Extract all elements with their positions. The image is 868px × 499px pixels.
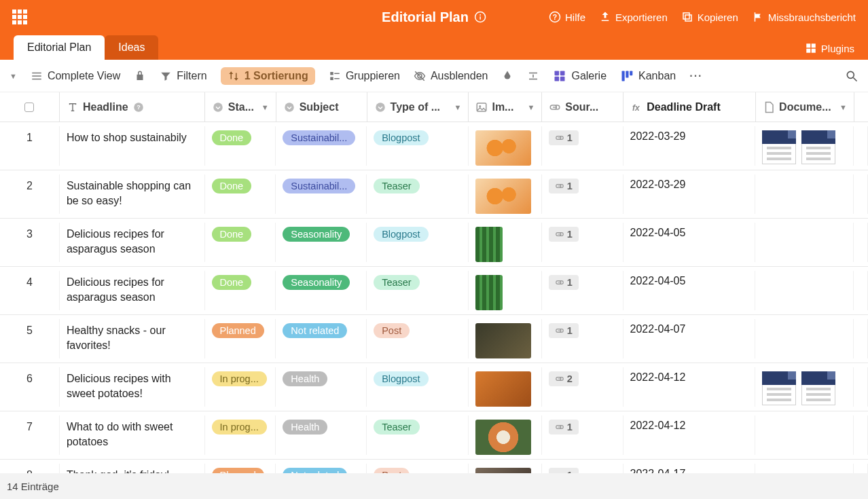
cell-deadline[interactable]: 2022-04-07 xyxy=(623,319,756,358)
group-button[interactable]: Gruppieren xyxy=(329,70,400,82)
cell-subject[interactable]: Not related xyxy=(276,319,367,358)
table-row[interactable]: 5Healthy snacks - our favorites!PlannedN… xyxy=(0,315,868,363)
header-image[interactable]: Im...▼ xyxy=(469,92,542,122)
image-thumb[interactable] xyxy=(475,371,531,407)
cell-sources[interactable]: 1 xyxy=(542,126,623,166)
cell-headline[interactable]: Delicious recipes with sweet potatoes! xyxy=(60,367,205,407)
export-link[interactable]: Exportieren xyxy=(599,11,668,23)
header-deadline[interactable]: fx Deadline Draft xyxy=(623,92,756,122)
cell-image[interactable] xyxy=(469,367,542,407)
cell-headline[interactable]: Sustainable shopping can be so easy! xyxy=(60,174,205,214)
cell-subject[interactable]: Not related xyxy=(276,464,367,473)
cell-image[interactable] xyxy=(469,464,542,473)
more-icon[interactable]: ··· xyxy=(689,70,702,82)
cell-type[interactable]: Teaser xyxy=(367,415,469,455)
image-thumb[interactable] xyxy=(475,179,531,214)
cell-type[interactable]: Post xyxy=(367,464,469,473)
info-icon[interactable] xyxy=(474,11,486,23)
cell-sources[interactable]: 1 xyxy=(542,174,623,214)
cell-sources[interactable]: 1 xyxy=(542,319,623,358)
cell-status[interactable]: Done xyxy=(205,174,276,214)
table-row[interactable]: 6Delicious recipes with sweet potatoes!I… xyxy=(0,363,868,411)
plugins-button[interactable]: Plugins xyxy=(805,42,854,60)
header-status[interactable]: Sta...▼ xyxy=(205,92,276,122)
cell-type[interactable]: Blogpost xyxy=(367,126,469,166)
lock-icon[interactable] xyxy=(134,70,146,82)
cell-documents[interactable] xyxy=(755,223,854,262)
cell-subject[interactable]: Seasonality xyxy=(276,223,367,262)
cell-sources[interactable]: 2 xyxy=(542,367,623,407)
cell-subject[interactable]: Health xyxy=(276,367,367,407)
search-icon[interactable] xyxy=(845,69,858,83)
apps-menu-icon[interactable] xyxy=(12,10,27,24)
image-thumb[interactable] xyxy=(475,420,531,455)
header-subject[interactable]: Subject xyxy=(276,92,367,122)
document-thumb[interactable] xyxy=(762,130,796,164)
document-thumb[interactable] xyxy=(801,371,835,405)
image-thumb[interactable] xyxy=(475,227,503,262)
header-headline[interactable]: Headline ? xyxy=(60,92,205,122)
cell-sources[interactable]: 1 xyxy=(542,464,623,473)
cell-headline[interactable]: Delicious recipes for asparagus season xyxy=(60,271,205,310)
cell-sources[interactable]: 1 xyxy=(542,415,623,455)
table-row[interactable]: 3Delicious recipes for asparagus seasonD… xyxy=(0,219,868,267)
cell-deadline[interactable]: 2022-04-17 xyxy=(623,464,756,473)
cell-status[interactable]: In prog... xyxy=(205,415,276,455)
table-row[interactable]: 7What to do with sweet potatoesIn prog..… xyxy=(0,411,868,460)
cell-image[interactable] xyxy=(469,223,542,262)
document-thumb[interactable] xyxy=(762,371,796,405)
cell-type[interactable]: Post xyxy=(367,319,469,358)
cell-documents[interactable] xyxy=(755,174,854,214)
cell-image[interactable] xyxy=(469,319,542,358)
cell-documents[interactable] xyxy=(755,126,854,166)
header-select-all[interactable] xyxy=(0,92,60,122)
cell-image[interactable] xyxy=(469,174,542,214)
image-thumb[interactable] xyxy=(475,130,531,166)
image-thumb[interactable] xyxy=(475,275,503,310)
cell-deadline[interactable]: 2022-04-12 xyxy=(623,367,756,407)
help-link[interactable]: ?Hilfe xyxy=(549,11,585,23)
gallery-view-button[interactable]: Galerie xyxy=(553,69,607,83)
table-row[interactable]: 4Delicious recipes for asparagus seasonD… xyxy=(0,267,868,315)
cell-subject[interactable]: Health xyxy=(276,415,367,455)
cell-headline[interactable]: How to shop sustainabily xyxy=(60,126,205,166)
table-row[interactable]: 2Sustainable shopping can be so easy!Don… xyxy=(0,170,868,219)
cell-type[interactable]: Teaser xyxy=(367,174,469,214)
cell-deadline[interactable]: 2022-04-05 xyxy=(623,271,756,310)
cell-deadline[interactable]: 2022-03-29 xyxy=(623,126,756,166)
cell-sources[interactable]: 1 xyxy=(542,223,623,262)
cell-type[interactable]: Teaser xyxy=(367,271,469,310)
cell-documents[interactable] xyxy=(755,319,854,358)
cell-headline[interactable]: Delicious recipes for asparagus season xyxy=(60,223,205,262)
color-icon[interactable] xyxy=(501,70,513,82)
header-documents[interactable]: Docume...▼ xyxy=(756,92,854,122)
header-type[interactable]: Type of ...▼ xyxy=(367,92,469,122)
copy-link[interactable]: Kopieren xyxy=(681,11,738,23)
cell-image[interactable] xyxy=(469,126,542,166)
tab-editorial-plan[interactable]: Editorial Plan xyxy=(14,35,105,60)
cell-status[interactable]: Done xyxy=(205,126,276,166)
document-thumb[interactable] xyxy=(801,130,835,164)
cell-documents[interactable] xyxy=(755,367,854,407)
image-thumb[interactable] xyxy=(475,323,531,358)
hide-button[interactable]: Ausblenden xyxy=(414,70,488,82)
kanban-view-button[interactable]: Kanban xyxy=(620,69,676,83)
table-row[interactable]: 8Thank god, it's friday!PlannedNot relat… xyxy=(0,460,868,473)
image-thumb[interactable] xyxy=(475,468,531,473)
view-picker[interactable]: Complete View xyxy=(31,70,120,82)
cell-type[interactable]: Blogpost xyxy=(367,223,469,262)
cell-headline[interactable]: Healthy snacks - our favorites! xyxy=(60,319,205,358)
cell-headline[interactable]: What to do with sweet potatoes xyxy=(60,415,205,455)
cell-deadline[interactable]: 2022-04-05 xyxy=(623,223,756,262)
cell-sources[interactable]: 1 xyxy=(542,271,623,310)
report-link[interactable]: Missbrauchsbericht xyxy=(752,11,856,23)
cell-status[interactable]: Planned xyxy=(205,319,276,358)
cell-documents[interactable] xyxy=(755,271,854,310)
cell-type[interactable]: Blogpost xyxy=(367,367,469,407)
cell-documents[interactable] xyxy=(755,415,854,455)
cell-documents[interactable] xyxy=(755,464,854,473)
cell-image[interactable] xyxy=(469,271,542,310)
table-row[interactable]: 1How to shop sustainabilyDoneSustainabil… xyxy=(0,122,868,170)
cell-status[interactable]: In prog... xyxy=(205,367,276,407)
cell-deadline[interactable]: 2022-03-29 xyxy=(623,174,756,214)
